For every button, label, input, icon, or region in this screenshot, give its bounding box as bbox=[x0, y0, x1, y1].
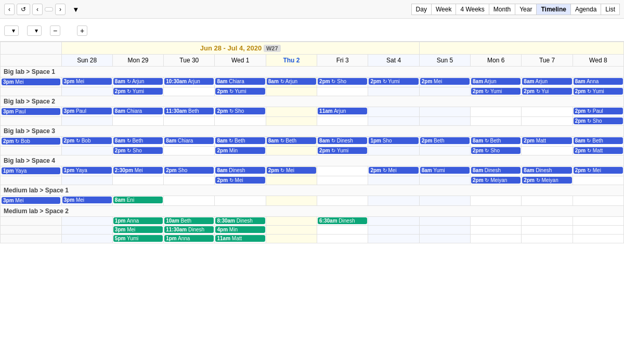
view-year-button[interactable]: Year bbox=[515, 4, 536, 15]
calendar-event[interactable]: 2pm ↻ Bob bbox=[62, 137, 112, 144]
calendar-event[interactable]: 8:30am Dinesh bbox=[215, 217, 265, 224]
calendar-event[interactable]: 8am Yumi bbox=[420, 167, 470, 174]
calendar-event[interactable]: 1pm Anna bbox=[113, 217, 163, 224]
resource-data-row: 5pm Yumi 1pm Anna 11am Matt bbox=[1, 235, 624, 243]
calendar-event[interactable]: 11am Matt bbox=[215, 235, 265, 242]
calendar-event[interactable]: 8am Chiara bbox=[113, 108, 163, 114]
calendar-event[interactable]: 8am ↻ Dinesh bbox=[318, 137, 367, 144]
calendar-event[interactable]: 2pm ↻ Meiyan bbox=[522, 177, 571, 184]
today-button[interactable] bbox=[45, 7, 53, 11]
calendar-event[interactable]: 3pm Mei bbox=[2, 197, 60, 204]
calendar-event[interactable]: 2pm Matt bbox=[522, 137, 571, 144]
calendar-cell: 8am Arjun bbox=[471, 77, 522, 87]
calendar-event[interactable]: 10:30am Arjun bbox=[164, 78, 214, 85]
calendar-event[interactable]: 2pm ↻ Sho bbox=[471, 147, 521, 154]
date-range-display[interactable]: ▾ bbox=[72, 5, 77, 14]
calendar-event[interactable]: 2pm Beth bbox=[420, 137, 470, 144]
calendar-event[interactable]: 1pm Yaya bbox=[2, 167, 60, 174]
calendar-event[interactable]: 2pm Sho bbox=[164, 167, 214, 174]
calendar-event[interactable]: 1pm Anna bbox=[164, 235, 214, 242]
calendar-event[interactable]: 2pm ↻ Matt bbox=[574, 147, 623, 154]
calendar-event[interactable]: 8am Arjun bbox=[471, 78, 521, 85]
calendar-event[interactable]: 8am ↻ Beth bbox=[574, 137, 623, 144]
view-timeline-button[interactable]: Timeline bbox=[536, 4, 570, 15]
calendar-cell: 3pm Mei bbox=[112, 226, 163, 235]
calendar-event[interactable]: 2pm ↻ Mei bbox=[369, 167, 418, 174]
calendar-event[interactable]: 8am Arjun bbox=[522, 78, 571, 85]
calendar-event[interactable]: 2pm ↻ Sho bbox=[113, 147, 163, 154]
weeks-select[interactable]: ▾ bbox=[27, 25, 42, 36]
view-4weeks-button[interactable]: 4 Weeks bbox=[456, 4, 488, 15]
calendar-wrapper: Jun 28 - Jul 4, 2020 W27 Sun 28 Mon 29 T… bbox=[0, 42, 624, 364]
calendar-event[interactable]: 2pm ↻ Yui bbox=[522, 88, 571, 95]
calendar-event[interactable]: 2pm ↻ Bob bbox=[2, 138, 60, 145]
date-range-select[interactable]: ▾ bbox=[4, 25, 19, 36]
calendar-cell bbox=[317, 196, 368, 206]
calendar-event[interactable]: 2pm ↻ Yumi bbox=[215, 88, 265, 95]
calendar-event[interactable]: 2pm ↻ Paul bbox=[574, 108, 623, 114]
calendar-event[interactable]: 8am Anna bbox=[574, 78, 623, 85]
day-header-sun28: Sun 28 bbox=[61, 55, 112, 67]
calendar-event[interactable]: 2pm Min bbox=[215, 147, 265, 154]
calendar-event[interactable]: 2pm ↻ Yumi bbox=[471, 88, 521, 95]
calendar-event[interactable]: 2pm ↻ Sho bbox=[318, 78, 367, 85]
calendar-event[interactable]: 2pm ↻ Mei bbox=[215, 177, 265, 184]
calendar-event[interactable]: 3pm Paul bbox=[2, 108, 60, 115]
view-agenda-button[interactable]: Agenda bbox=[570, 4, 601, 15]
calendar-event[interactable]: 1pm Yaya bbox=[62, 167, 112, 174]
calendar-event[interactable]: 5pm Yumi bbox=[113, 235, 163, 242]
calendar-cell: 2pm Matt bbox=[522, 137, 573, 147]
view-list-button[interactable]: List bbox=[601, 4, 620, 15]
view-day-button[interactable]: Day bbox=[411, 4, 431, 15]
next-button[interactable]: › bbox=[55, 4, 66, 15]
calendar-event[interactable]: 11:30am Dinesh bbox=[164, 226, 214, 233]
calendar-event[interactable]: 8am ↻ Arjun bbox=[113, 78, 163, 85]
calendar-event[interactable]: 2pm ↻ Yumi bbox=[574, 88, 623, 95]
calendar-event[interactable]: 2pm ↻ Meiyan bbox=[471, 177, 521, 184]
zoom-in-button[interactable]: + bbox=[77, 25, 87, 36]
calendar-event[interactable]: 8am Chiara bbox=[215, 78, 265, 85]
calendar-event[interactable]: 8am ↻ Arjun bbox=[267, 78, 316, 85]
calendar-event[interactable]: 8am ↻ Beth bbox=[113, 137, 163, 144]
calendar-event[interactable]: 2pm ↻ Mei bbox=[267, 167, 316, 174]
calendar-event[interactable]: 4pm Min bbox=[215, 226, 265, 233]
zoom-out-button[interactable]: − bbox=[50, 25, 60, 36]
calendar-event[interactable]: 1pm Sho bbox=[369, 137, 418, 144]
calendar-event[interactable]: 8am ↻ Beth bbox=[215, 137, 265, 144]
calendar-event[interactable]: 2:30pm Mei bbox=[113, 167, 163, 174]
calendar-event[interactable]: 3pm Paul bbox=[62, 108, 112, 114]
calendar-event[interactable]: 8am Chiara bbox=[164, 137, 214, 144]
calendar-event[interactable]: 2pm ↻ Yumi bbox=[318, 147, 367, 154]
back-nav-button[interactable]: ‹ bbox=[4, 4, 15, 15]
calendar-event[interactable]: 2pm ↻ Yumi bbox=[369, 78, 418, 85]
prev-button[interactable]: ‹ bbox=[32, 4, 43, 15]
calendar-event[interactable]: 11am Arjun bbox=[318, 108, 367, 114]
day-header-fri3: Fri 3 bbox=[317, 55, 368, 67]
refresh-button[interactable]: ↺ bbox=[17, 4, 30, 15]
calendar-event[interactable]: 8am ↻ Beth bbox=[471, 137, 521, 144]
calendar-event[interactable]: 2pm Mei bbox=[420, 78, 470, 85]
calendar-event[interactable]: 2pm ↻ Sho bbox=[215, 108, 265, 114]
calendar-cell bbox=[419, 235, 470, 243]
calendar-event[interactable]: 8am Eni bbox=[113, 197, 163, 203]
calendar-event[interactable]: 3pm Mei bbox=[62, 78, 112, 85]
calendar-event[interactable]: 11:30am Beth bbox=[164, 108, 214, 114]
calendar-event[interactable]: 3pm Mei bbox=[113, 226, 163, 233]
calendar-event[interactable]: 2pm ↻ Sho bbox=[574, 118, 623, 124]
calendar-cell: 8am Dinesh bbox=[471, 166, 522, 176]
calendar-event[interactable]: 10am Beth bbox=[164, 217, 214, 224]
calendar-event[interactable]: 6:30am Dinesh bbox=[318, 217, 367, 224]
calendar-event[interactable]: 3pm Mei bbox=[2, 79, 60, 85]
view-month-button[interactable]: Month bbox=[489, 4, 515, 15]
calendar-event[interactable]: 8am Dinesh bbox=[471, 167, 521, 174]
calendar-event[interactable]: 8am Dinesh bbox=[215, 167, 265, 174]
view-week-button[interactable]: Week bbox=[431, 4, 456, 15]
calendar-event[interactable]: 2pm ↻ Yumi bbox=[113, 88, 163, 95]
resource-label: Big lab > Space 1 bbox=[1, 67, 624, 77]
calendar-event[interactable]: 8am ↻ Beth bbox=[267, 137, 316, 144]
calendar-cell bbox=[368, 235, 419, 243]
calendar-event[interactable]: 2pm ↻ Mei bbox=[574, 167, 623, 174]
calendar-event[interactable]: 8am Dinesh bbox=[522, 167, 571, 174]
resource-sidebar-cell bbox=[1, 87, 62, 96]
calendar-event[interactable]: 3pm Mei bbox=[62, 197, 112, 203]
